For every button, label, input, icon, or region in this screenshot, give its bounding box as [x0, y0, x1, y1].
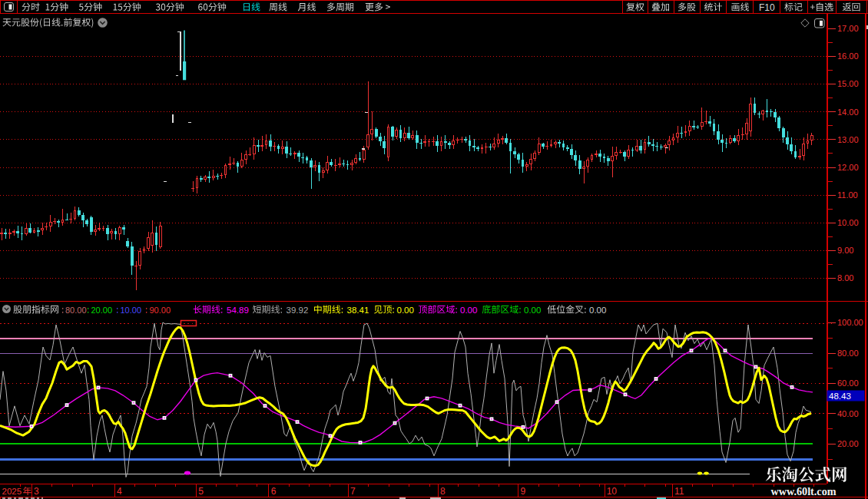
- svg-text:90.00: 90.00: [150, 306, 171, 315]
- svg-text:0.00: 0.00: [397, 306, 414, 315]
- svg-text:20.00: 20.00: [837, 439, 859, 448]
- svg-text:48.43: 48.43: [829, 392, 851, 401]
- svg-text:38.41: 38.41: [347, 306, 369, 315]
- svg-text:11.00: 11.00: [837, 190, 858, 200]
- svg-text:10: 10: [607, 486, 618, 497]
- svg-text:100.00: 100.00: [837, 318, 863, 327]
- svg-text:8: 8: [440, 486, 446, 497]
- svg-text:80.00: 80.00: [837, 349, 859, 358]
- svg-text:8.00: 8.00: [837, 273, 853, 283]
- svg-text:0.00: 0.00: [460, 306, 477, 315]
- svg-text:10.00: 10.00: [121, 306, 142, 315]
- svg-text:6: 6: [271, 486, 277, 497]
- svg-text:www.60lt.com: www.60lt.com: [770, 485, 836, 497]
- svg-text:17.00: 17.00: [837, 24, 859, 33]
- svg-text:2025: 2025: [2, 487, 22, 496]
- svg-text:5: 5: [198, 486, 204, 497]
- svg-text:12.00: 12.00: [837, 163, 859, 172]
- svg-text:60.00: 60.00: [837, 378, 859, 388]
- svg-text:3: 3: [34, 486, 39, 497]
- svg-text:F10: F10: [759, 2, 775, 13]
- svg-text:0.00: 0.00: [524, 306, 541, 315]
- svg-text:4: 4: [117, 486, 122, 497]
- svg-text:14.00: 14.00: [837, 107, 859, 117]
- svg-text:80.00: 80.00: [65, 306, 87, 315]
- svg-text:11: 11: [674, 486, 684, 497]
- svg-text:13.00: 13.00: [837, 135, 859, 144]
- svg-text:39.92: 39.92: [287, 306, 309, 315]
- svg-text:0.00: 0.00: [589, 306, 606, 315]
- svg-text:15.00: 15.00: [837, 79, 859, 88]
- svg-text:40.00: 40.00: [837, 409, 859, 418]
- svg-text:16.00: 16.00: [837, 51, 859, 61]
- svg-text:9: 9: [521, 486, 526, 497]
- svg-text:54.89: 54.89: [227, 306, 249, 315]
- svg-text:9.00: 9.00: [837, 246, 853, 255]
- svg-text:20.00: 20.00: [91, 306, 113, 315]
- svg-text:10.00: 10.00: [837, 218, 859, 227]
- svg-text:7: 7: [350, 486, 356, 497]
